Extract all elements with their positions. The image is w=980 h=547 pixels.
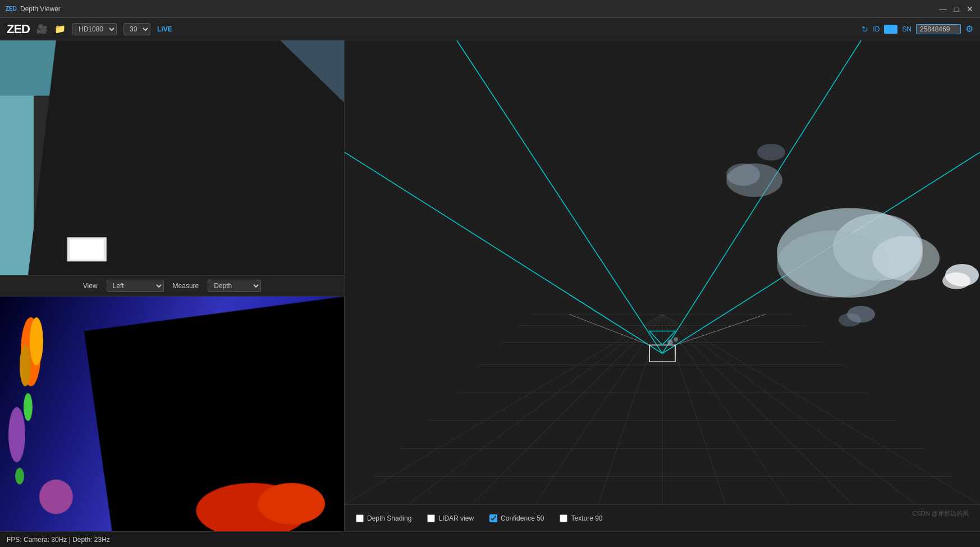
confidence-checkbox[interactable] [489,514,497,522]
folder-icon[interactable]: 📁 [54,24,66,34]
svg-point-37 [839,313,861,327]
texture-label[interactable]: Texture 90 [571,514,602,522]
view-controls: View Left Right Side by Side Measure Dep… [0,275,344,297]
titlebar-logo: ZED [6,6,17,12]
toolbar: ZED 🎥 📁 HD1080 HD720 VGA 15 30 60 LIVE ↻… [0,18,980,40]
close-button[interactable]: ✕ [965,4,974,13]
svg-point-39 [674,337,678,341]
camera-view [0,40,344,275]
resolution-select[interactable]: HD1080 HD720 VGA [72,23,117,35]
zed-logo: ZED [7,22,30,37]
depth-shading-toggle[interactable]: Depth Shading [356,514,411,522]
camera-canvas [0,40,344,275]
sync-icon: ↻ [862,25,868,34]
right-panel: Depth Shading LIDAR view Confidence 50 T… [345,40,980,531]
depth-shading-label[interactable]: Depth Shading [367,514,411,522]
lidar-view-toggle[interactable]: LIDAR view [427,514,474,522]
lidar-view-checkbox[interactable] [427,514,435,522]
main-content: View Left Right Side by Side Measure Dep… [0,40,980,531]
toolbar-right: ↻ ID SN 25848469 ⚙ [862,24,973,34]
left-panel: View Left Right Side by Side Measure Dep… [0,40,345,531]
depth-shading-checkbox[interactable] [356,514,364,522]
camera-icon[interactable]: 🎥 [36,24,48,34]
pointcloud-view [345,40,980,504]
confidence-toggle[interactable]: Confidence 50 [489,514,544,522]
view-select[interactable]: Left Right Side by Side [107,280,164,292]
restore-button[interactable]: □ [952,4,961,13]
id-value [884,25,897,34]
settings-button[interactable]: ⚙ [965,24,973,34]
titlebar-title: Depth Viewer [20,5,61,13]
live-badge: LIVE [157,25,172,33]
sn-label: SN [902,25,912,33]
statusbar: FPS: Camera: 30Hz | Depth: 23Hz CSDN @岸那… [0,531,980,547]
confidence-label[interactable]: Confidence 50 [501,514,544,522]
fps-select[interactable]: 15 30 60 [123,23,150,35]
minimize-button[interactable]: — [938,4,947,13]
measure-label: Measure [173,282,199,290]
svg-point-30 [872,236,940,281]
view-label: View [83,282,98,290]
titlebar-left: ZED Depth Viewer [6,5,61,13]
svg-point-33 [757,144,785,161]
titlebar: ZED Depth Viewer — □ ✕ [0,0,980,18]
grid-svg [345,40,980,504]
texture-checkbox[interactable] [560,514,567,522]
texture-toggle[interactable]: Texture 90 [560,514,602,522]
id-label: ID [873,25,880,33]
watermark: CSDN @岸那边的风 [913,509,969,518]
depth-view [0,297,344,531]
svg-point-38 [667,339,673,345]
depth-canvas [0,297,344,531]
svg-point-32 [726,163,760,186]
fps-status: FPS: Camera: 30Hz | Depth: 23Hz [7,536,110,544]
view3d-controls: Depth Shading LIDAR view Confidence 50 T… [345,504,980,531]
titlebar-controls: — □ ✕ [938,4,974,13]
svg-point-35 [942,272,970,289]
measure-select[interactable]: Depth Disparity Confidence [208,280,261,292]
sn-value: 25848469 [916,24,961,34]
lidar-view-label[interactable]: LIDAR view [438,514,474,522]
svg-point-29 [777,230,889,297]
